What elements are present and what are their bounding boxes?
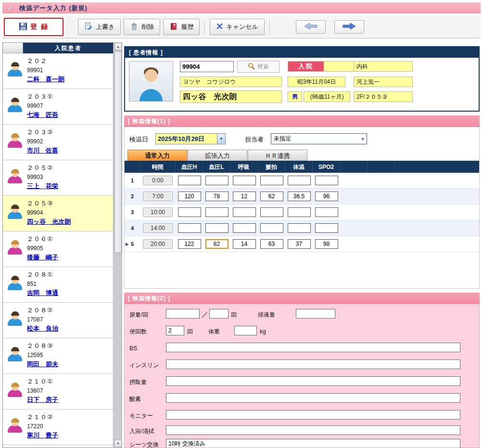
temperature-input[interactable]: [288, 239, 311, 249]
bp-low-input[interactable]: [205, 176, 229, 185]
patient-list-item[interactable]: ２１０① 13607 日下 房子: [3, 374, 113, 410]
patient-photo-silhouette: [130, 63, 172, 101]
staff-select[interactable]: 未指定 ▼: [271, 133, 367, 144]
tab-extended-input[interactable]: 拡張入力: [188, 150, 247, 161]
insulin-input[interactable]: [166, 359, 460, 369]
patient-list-item[interactable]: ２０２ 99901 二科 喜一朗: [3, 53, 113, 89]
overwrite-label: 上書き: [96, 23, 114, 31]
tab-normal-input[interactable]: 通常入力: [127, 150, 187, 161]
ward-room-field: 2F/２０５③: [354, 91, 413, 102]
spo2-input[interactable]: [315, 207, 338, 217]
history-button[interactable]: 履歴: [163, 19, 200, 35]
patient-name-link[interactable]: 七海 匠吾: [27, 111, 58, 119]
bp-high-input[interactable]: [178, 223, 201, 233]
patient-avatar: [6, 277, 24, 293]
urine-count-input[interactable]: [209, 309, 229, 319]
respiration-input[interactable]: [233, 207, 256, 217]
tab-hr-link[interactable]: ＨＲ連携: [248, 150, 307, 161]
bath-input[interactable]: [166, 425, 460, 435]
row-number: 1: [131, 178, 134, 183]
bs-input[interactable]: [166, 343, 460, 352]
pulse-input[interactable]: [260, 176, 283, 185]
bp-high-input[interactable]: [178, 207, 201, 217]
spo2-input[interactable]: [315, 192, 338, 201]
bp-high-input[interactable]: [178, 239, 201, 249]
bp-low-input-focused[interactable]: [205, 239, 229, 249]
spo2-input[interactable]: [315, 239, 338, 249]
patient-name-link[interactable]: 松本 良治: [27, 324, 58, 333]
patient-id: 99901: [27, 67, 113, 74]
respiration-input[interactable]: [233, 192, 256, 201]
patient-name-link[interactable]: 吉岡 博通: [27, 289, 58, 297]
scroll-thumb[interactable]: [114, 51, 122, 253]
respiration-input[interactable]: [233, 239, 256, 249]
bp-high-input[interactable]: [178, 176, 201, 185]
admission-badge: 入院: [288, 62, 324, 71]
delete-button[interactable]: 削除: [124, 19, 160, 35]
intake-input[interactable]: [166, 376, 460, 386]
patient-name-link[interactable]: 二科 喜一朗: [27, 75, 64, 84]
bp-low-input[interactable]: [205, 223, 229, 233]
room-number: ２０８③: [27, 342, 113, 350]
search-button[interactable]: 検索: [237, 61, 280, 73]
pulse-input[interactable]: [260, 207, 283, 217]
patient-list-item[interactable]: ２０８③ 12595 岡田 節夫: [3, 338, 113, 374]
patient-id-input[interactable]: [180, 61, 234, 72]
bp-low-input[interactable]: [205, 192, 229, 201]
temperature-input[interactable]: [288, 207, 311, 217]
urine-volume-input[interactable]: [166, 309, 200, 319]
bp-high-input[interactable]: [178, 192, 201, 201]
temperature-input[interactable]: [288, 223, 311, 233]
temperature-input[interactable]: [288, 192, 311, 201]
patient-list-item[interactable]: ２０３② 99902 市川 佐喜: [3, 125, 113, 160]
temperature-input[interactable]: [288, 176, 311, 185]
pulse-input[interactable]: [260, 192, 283, 201]
patient-list-item[interactable]: ２０５② 99903 三上 花栄: [3, 160, 113, 196]
respiration-input[interactable]: [233, 176, 256, 185]
patient-list-item-selected[interactable]: ２０５③ 99904 四ッ谷 光次朗: [3, 196, 113, 231]
arrow-left-icon: [304, 23, 318, 31]
weight-input[interactable]: [234, 326, 257, 335]
scroll-down-button[interactable]: ▼: [114, 440, 122, 448]
patient-name-link[interactable]: 岡田 節夫: [27, 360, 58, 369]
bp-low-input[interactable]: [205, 207, 229, 217]
stool-count-input[interactable]: [166, 326, 184, 335]
register-button[interactable]: 登 録: [4, 18, 64, 36]
patient-name-link[interactable]: 後藤 嶋子: [27, 253, 58, 262]
prev-button[interactable]: [296, 20, 326, 34]
drainage-input[interactable]: [296, 309, 335, 319]
patient-list-item[interactable]: ２０８① 851 吉岡 博通: [3, 267, 113, 303]
scroll-up-button[interactable]: ▲: [114, 43, 122, 51]
patient-name-link[interactable]: 四ッ谷 光次朗: [27, 218, 71, 226]
next-button[interactable]: [334, 20, 364, 34]
monitor-input[interactable]: [166, 410, 460, 420]
toolbar-separator: [269, 19, 270, 35]
pulse-input[interactable]: [260, 239, 283, 249]
table-row: 1 0:00: [125, 173, 479, 189]
patient-info-panel: [ 患者情報 ] 検索 入院 内科 ヨツヤ コウジロウ 昭3: [124, 46, 480, 112]
patient-avatar: [6, 384, 24, 399]
patient-name-link[interactable]: 寒川 豊子: [27, 431, 58, 440]
oxygen-input[interactable]: [166, 393, 460, 403]
respiration-input[interactable]: [233, 223, 256, 233]
staff-label: 担当者: [245, 135, 264, 144]
spo2-input[interactable]: [315, 176, 338, 185]
search-label: 検索: [257, 63, 269, 71]
patient-list-item[interactable]: ２０８② 17087 松本 良治: [3, 303, 113, 338]
cancel-button[interactable]: キャンセル: [210, 19, 265, 35]
patient-list-item[interactable]: ２０３① 99907 七海 匠吾: [3, 89, 113, 125]
measure-date-field[interactable]: 2025年10月29日 ▼: [155, 133, 226, 144]
patient-name-link[interactable]: 日下 房子: [27, 396, 58, 404]
sidebar-scrollbar[interactable]: ▲ ▼: [114, 42, 122, 448]
patient-list-item[interactable]: ２０６① 99905 後藤 嶋子: [3, 231, 113, 267]
spo2-input[interactable]: [315, 223, 338, 233]
patient-name-link[interactable]: 市川 佐喜: [27, 146, 58, 155]
overwrite-button[interactable]: 上書き: [78, 19, 121, 35]
sheets-input[interactable]: [166, 439, 460, 448]
patient-list-item[interactable]: ２１０② 17220 寒川 豊子: [3, 410, 113, 445]
patient-name-link[interactable]: 三上 花栄: [27, 182, 58, 191]
pulse-input[interactable]: [260, 223, 283, 233]
calendar-dropdown-button[interactable]: ▼: [217, 134, 225, 144]
table-row: 3 10:00: [125, 205, 479, 220]
room-number: ２０３①: [27, 92, 113, 101]
